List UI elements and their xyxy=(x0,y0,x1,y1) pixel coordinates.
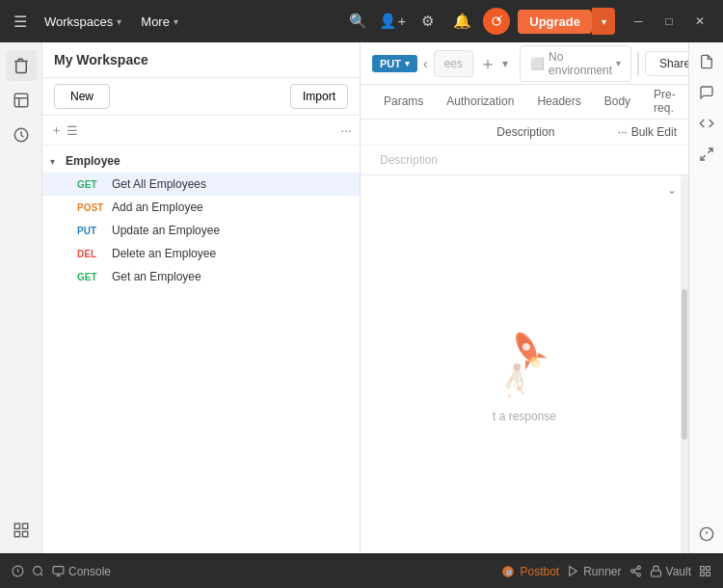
filter-icon[interactable]: ☰ xyxy=(67,123,78,138)
collection-group-employee[interactable]: ▾ Employee xyxy=(42,149,360,173)
tab-dropdown-icon[interactable]: ▾ xyxy=(502,52,508,75)
back-icon[interactable]: ‹ xyxy=(423,52,428,75)
response-scrollbar[interactable] xyxy=(681,175,688,553)
topbar-icons: 🔍 👤+ ⚙ 🔔 Upgrade ▾ xyxy=(344,8,615,35)
endpoint-get-all-employees[interactable]: GET Get All Employees xyxy=(42,173,360,196)
bulk-edit-button[interactable]: ··· Bulk Edit xyxy=(618,125,677,139)
endpoint-update-employee[interactable]: PUT Update an Employee xyxy=(42,219,360,242)
svg-point-28 xyxy=(34,567,42,575)
collapse-response-icon[interactable]: ⌄ xyxy=(667,183,677,197)
minimize-button[interactable]: ─ xyxy=(623,8,654,35)
bottom-bar: Console 🤖 Postbot Runner Vault xyxy=(0,553,723,588)
new-import-row: New Import xyxy=(42,78,360,116)
svg-point-10 xyxy=(517,387,522,391)
method-selector[interactable]: PUT ▾ xyxy=(372,55,417,72)
rocket-illustration xyxy=(486,306,563,402)
add-tab-icon[interactable]: ＋ xyxy=(479,52,496,75)
tab-headers[interactable]: Headers xyxy=(525,87,592,118)
save-button[interactable]: 💾 Save xyxy=(638,52,639,75)
tab-params[interactable]: Params xyxy=(372,87,435,118)
import-button[interactable]: Import xyxy=(290,84,348,109)
svg-rect-8 xyxy=(14,532,19,537)
collection-icon[interactable] xyxy=(6,85,37,116)
svg-rect-4 xyxy=(14,94,28,107)
svg-line-23 xyxy=(701,155,706,160)
workspaces-label: Workspaces xyxy=(44,14,113,29)
description-column-header: Description xyxy=(493,125,609,139)
grid-bottom-icon[interactable] xyxy=(699,565,711,577)
svg-rect-9 xyxy=(22,532,27,537)
hamburger-icon[interactable]: ☰ xyxy=(8,7,33,37)
bell-icon[interactable]: 🔔 xyxy=(448,8,475,35)
upgrade-button[interactable]: Upgrade xyxy=(518,10,592,34)
search-bottom-icon[interactable] xyxy=(32,565,44,577)
add-user-icon[interactable]: 👤+ xyxy=(379,8,406,35)
response-area: ⌄ xyxy=(361,174,688,553)
runner-button[interactable]: Runner xyxy=(567,565,621,578)
workspaces-menu[interactable]: Workspaces ▾ xyxy=(37,11,129,33)
info-icon[interactable] xyxy=(693,521,720,548)
ellipsis-menu-icon[interactable]: ··· xyxy=(340,122,352,138)
window-controls: ─ □ ✕ xyxy=(623,8,715,35)
tab-pre-req[interactable]: Pre-req. xyxy=(642,80,687,124)
tab-authorization[interactable]: Authorization xyxy=(435,87,525,118)
console-label: Console xyxy=(68,565,111,578)
bulk-edit-ellipsis-icon: ··· xyxy=(618,125,628,139)
save-btn-group: 💾 Save ▾ xyxy=(637,51,639,76)
status-icon[interactable] xyxy=(12,565,24,577)
docs-icon[interactable] xyxy=(693,48,720,75)
endpoint-delete-employee[interactable]: DEL Delete an Employee xyxy=(42,242,360,265)
new-button[interactable]: New xyxy=(54,84,110,109)
console-button[interactable]: Console xyxy=(52,565,111,578)
svg-line-40 xyxy=(633,569,637,571)
close-button[interactable]: ✕ xyxy=(684,8,715,35)
svg-rect-6 xyxy=(14,523,19,528)
topbar: ☰ Workspaces ▾ More ▾ 🔍 👤+ ⚙ 🔔 Upgrade ▾… xyxy=(0,0,723,42)
workspaces-chevron-icon: ▾ xyxy=(117,16,121,27)
comment-icon[interactable] xyxy=(693,79,720,106)
upgrade-chevron-icon[interactable]: ▾ xyxy=(592,8,615,35)
endpoint-label: Delete an Employee xyxy=(112,247,216,260)
svg-point-0 xyxy=(487,12,506,31)
endpoint-get-employee[interactable]: GET Get an Employee xyxy=(42,265,360,288)
search-icon[interactable]: 🔍 xyxy=(344,8,371,35)
svg-rect-41 xyxy=(651,571,660,576)
endpoint-label: Update an Employee xyxy=(112,224,220,237)
url-text: ees xyxy=(444,57,463,70)
environment-label: No environment xyxy=(549,50,612,77)
svg-point-37 xyxy=(630,570,633,573)
history-icon[interactable] xyxy=(6,120,37,150)
share-bottom-icon[interactable] xyxy=(629,565,642,577)
svg-marker-35 xyxy=(570,567,577,576)
postbot-button[interactable]: 🤖 Postbot xyxy=(501,565,559,578)
url-bar[interactable]: ees xyxy=(434,50,473,77)
maximize-button[interactable]: □ xyxy=(654,8,684,35)
environment-selector[interactable]: ⬜ No environment ▾ xyxy=(520,45,631,82)
grid-icon[interactable] xyxy=(6,515,37,546)
code-icon[interactable] xyxy=(693,110,720,137)
collection-add-icon[interactable]: ＋ xyxy=(50,121,63,139)
collection-name: Employee xyxy=(66,154,120,168)
collapse-icon: ▾ xyxy=(50,156,62,167)
method-badge-del: DEL xyxy=(77,249,106,259)
more-menu[interactable]: More ▾ xyxy=(133,11,186,33)
svg-rect-45 xyxy=(707,573,710,576)
collection-tree: ▾ Employee GET Get All Employees POST Ad… xyxy=(42,146,360,553)
expand-icon[interactable] xyxy=(693,141,720,168)
workspace-title: My Workspace xyxy=(54,52,148,67)
share-button[interactable]: Share xyxy=(645,51,688,76)
settings-icon[interactable]: ⚙ xyxy=(414,8,441,35)
method-badge-post: POST xyxy=(77,202,106,213)
request-bar: PUT ▾ ‹ ees ＋ ▾ ⬜ No environment ▾ 💾 Sav… xyxy=(361,42,688,85)
tab-body[interactable]: Body xyxy=(593,87,642,118)
postbot-label: Postbot xyxy=(520,565,559,578)
svg-line-39 xyxy=(633,572,637,574)
svg-rect-30 xyxy=(53,567,64,575)
collection-panel: My Workspace New Import ＋ ☰ ··· ▾ Employ… xyxy=(42,42,361,553)
tabs-row: Params Authorization Headers Body Pre-re… xyxy=(361,85,688,120)
trash-icon[interactable] xyxy=(6,50,37,81)
svg-point-21 xyxy=(513,363,521,371)
endpoint-add-employee[interactable]: POST Add an Employee xyxy=(42,196,360,219)
vault-button[interactable]: Vault xyxy=(650,565,691,578)
params-area: Description ··· Bulk Edit Description ⌄ xyxy=(361,120,688,553)
